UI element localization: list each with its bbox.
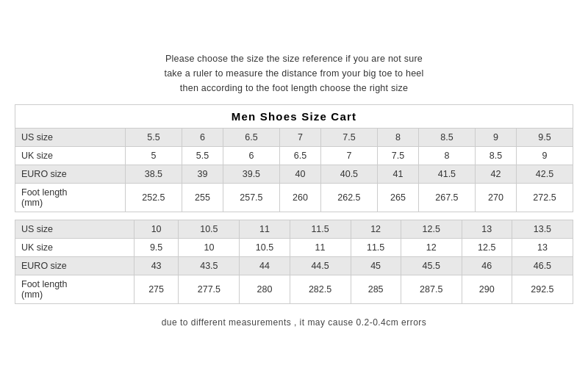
cell-value: 257.5 (223, 184, 279, 212)
cell-value: 272.5 (516, 184, 573, 212)
cell-value: 285 (351, 275, 401, 304)
cell-value: 9 (475, 129, 516, 147)
cell-value: 43.5 (179, 257, 240, 275)
cell-value: 46.5 (512, 257, 573, 275)
cell-value: 255 (182, 184, 223, 212)
cell-value: 10.5 (179, 220, 240, 239)
table-row: US size1010.51111.51212.51313.5 (15, 220, 573, 239)
cell-value: 46 (462, 257, 512, 275)
table1-header: Men Shoes Size Cart (15, 105, 573, 129)
instruction-line2: take a ruler to measure the distance fro… (164, 66, 423, 81)
cell-value: 265 (377, 184, 418, 212)
instructions: Please choose the size the size referenc… (164, 51, 423, 95)
cell-value: 267.5 (418, 184, 475, 212)
table2-wrapper: US size1010.51111.51212.51313.5UK size9.… (15, 220, 573, 304)
cell-value: 42 (475, 165, 516, 184)
cell-value: 282.5 (290, 275, 351, 304)
cell-value: 5.5 (125, 129, 182, 147)
cell-value: 5 (125, 147, 182, 165)
cell-value: 7 (320, 147, 377, 165)
cell-value: 44 (240, 257, 290, 275)
row-label: EURO size (15, 165, 126, 184)
cell-value: 290 (462, 275, 512, 304)
cell-value: 292.5 (512, 275, 573, 304)
cell-value: 10.5 (240, 239, 290, 257)
cell-value: 40.5 (320, 165, 377, 184)
cell-value: 10 (134, 220, 178, 239)
cell-value: 39.5 (223, 165, 279, 184)
cell-value: 7.5 (377, 147, 418, 165)
table-row: UK size55.566.577.588.59 (15, 147, 573, 165)
cell-value: 5.5 (182, 147, 223, 165)
cell-value: 287.5 (401, 275, 462, 304)
row-label: Foot length (mm) (15, 184, 126, 212)
cell-value: 9 (516, 147, 573, 165)
cell-value: 280 (240, 275, 290, 304)
cell-value: 39 (182, 165, 223, 184)
cell-value: 13 (512, 239, 573, 257)
table-row: EURO size38.53939.54040.54141.54242.5 (15, 165, 573, 184)
cell-value: 270 (475, 184, 516, 212)
cell-value: 11.5 (290, 220, 351, 239)
cell-value: 277.5 (179, 275, 240, 304)
size-table-2: US size1010.51111.51212.51313.5UK size9.… (15, 220, 573, 304)
cell-value: 41.5 (418, 165, 475, 184)
cell-value: 11.5 (351, 239, 401, 257)
cell-value: 12.5 (401, 220, 462, 239)
row-label: UK size (15, 239, 135, 257)
cell-value: 6.5 (223, 129, 279, 147)
cell-value: 12 (401, 239, 462, 257)
cell-value: 8.5 (418, 129, 475, 147)
footer-note: due to different measurements , it may c… (162, 317, 427, 328)
cell-value: 12.5 (462, 239, 512, 257)
instruction-line3: then according to the foot length choose… (164, 81, 423, 95)
cell-value: 9.5 (516, 129, 573, 147)
cell-value: 7 (279, 129, 320, 147)
cell-value: 8.5 (475, 147, 516, 165)
cell-value: 262.5 (320, 184, 377, 212)
row-label: UK size (15, 147, 126, 165)
cell-value: 252.5 (125, 184, 182, 212)
row-label: Foot length (mm) (15, 275, 135, 304)
cell-value: 43 (134, 257, 178, 275)
cell-value: 275 (134, 275, 178, 304)
cell-value: 42.5 (516, 165, 573, 184)
cell-value: 11 (240, 220, 290, 239)
cell-value: 45 (351, 257, 401, 275)
cell-value: 9.5 (134, 239, 178, 257)
cell-value: 13.5 (512, 220, 573, 239)
cell-value: 44.5 (290, 257, 351, 275)
cell-value: 41 (377, 165, 418, 184)
cell-value: 38.5 (125, 165, 182, 184)
cell-value: 8 (418, 147, 475, 165)
cell-value: 13 (462, 220, 512, 239)
cell-value: 6 (182, 129, 223, 147)
size-table-1: Men Shoes Size Cart US size5.566.577.588… (15, 104, 573, 212)
table1-wrapper: Men Shoes Size Cart US size5.566.577.588… (15, 104, 573, 212)
row-label: US size (15, 220, 135, 239)
cell-value: 10 (179, 239, 240, 257)
row-label: EURO size (15, 257, 135, 275)
cell-value: 11 (290, 239, 351, 257)
table-row: US size5.566.577.588.599.5 (15, 129, 573, 147)
table-row: EURO size4343.54444.54545.54646.5 (15, 257, 573, 275)
table-row: UK size9.51010.51111.51212.513 (15, 239, 573, 257)
instruction-line1: Please choose the size the size referenc… (164, 51, 423, 66)
cell-value: 12 (351, 220, 401, 239)
cell-value: 260 (279, 184, 320, 212)
cell-value: 45.5 (401, 257, 462, 275)
cell-value: 7.5 (320, 129, 377, 147)
cell-value: 6.5 (279, 147, 320, 165)
row-label: US size (15, 129, 126, 147)
cell-value: 6 (223, 147, 279, 165)
cell-value: 40 (279, 165, 320, 184)
table-row: Foot length (mm)275277.5280282.5285287.5… (15, 275, 573, 304)
cell-value: 8 (377, 129, 418, 147)
table-row: Foot length (mm)252.5255257.5260262.5265… (15, 184, 573, 212)
